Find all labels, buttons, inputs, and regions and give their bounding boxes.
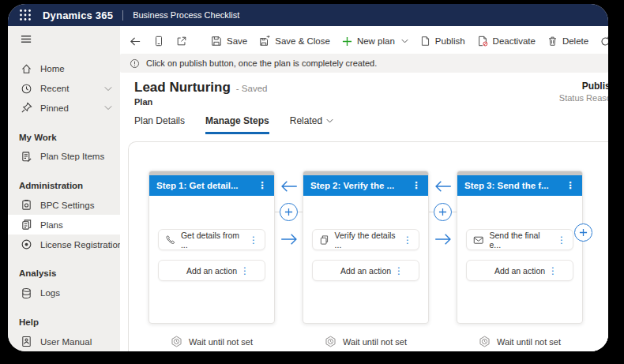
main-area: Save Save & Close New plan Publish Deact… — [120, 26, 608, 351]
page-title: Lead Nurturing — [134, 80, 231, 96]
info-banner-text: Click on publish button, once the plan i… — [146, 58, 377, 68]
app-name: Business Process Checklist — [133, 10, 239, 20]
sidebar-item-user-manual[interactable]: User Manual — [8, 332, 120, 351]
steps-panel: Step 1: Get detail... ⋮ Get details from… — [128, 141, 608, 351]
step-card-header[interactable]: Step 2: Verify the ... ⋮ — [303, 175, 428, 196]
sidebar-item-plans[interactable]: Plans — [8, 215, 120, 235]
more-options-icon[interactable]: ⋮ — [257, 181, 267, 190]
wait-timer-icon — [171, 336, 182, 347]
add-action-button[interactable]: Add an action ⋮ — [312, 260, 419, 281]
add-action-button[interactable]: Add an action ⋮ — [158, 260, 265, 281]
sidebar-item-license-registration[interactable]: License Registration — [8, 235, 120, 254]
phone-icon — [165, 235, 175, 246]
license-icon — [21, 238, 32, 250]
refresh-button[interactable]: Refresh — [600, 36, 608, 47]
top-nav-bar: Dynamics 365 Business Process Checklist — [8, 4, 608, 26]
info-icon — [130, 58, 140, 69]
sidebar-section-administration: Administration — [8, 176, 120, 196]
more-options-icon[interactable]: ⋮ — [557, 235, 566, 245]
save-button[interactable]: Save — [211, 36, 247, 47]
tab-strip: Plan Details Manage Steps Related — [120, 111, 608, 134]
arrow-right-icon — [280, 233, 298, 246]
command-bar: Save Save & Close New plan Publish Deact… — [120, 30, 608, 52]
save-and-close-button[interactable]: Save & Close — [259, 36, 330, 47]
tab-manage-steps[interactable]: Manage Steps — [205, 114, 269, 134]
steps-canvas: Step 1: Get detail... ⋮ Get details from… — [120, 134, 608, 351]
chevron-down-icon — [326, 118, 333, 123]
back-button[interactable] — [130, 36, 141, 47]
add-step-button[interactable] — [574, 223, 592, 242]
wait-timer-icon — [479, 336, 491, 347]
step-card-header[interactable]: Step 1: Get detail... ⋮ — [149, 175, 274, 196]
wait-condition: Wait until not set — [303, 336, 428, 347]
deactivate-button[interactable]: Deactivate — [477, 36, 536, 47]
sidebar-item-plan-step-items[interactable]: Plan Step Items — [8, 147, 120, 167]
arrow-left-icon — [434, 180, 452, 193]
arrow-left-icon — [280, 180, 298, 193]
clipboard-icon — [21, 199, 32, 211]
status-value: Publish — [559, 81, 608, 92]
sidebar-section-help: Help — [8, 312, 120, 332]
chevron-down-icon — [401, 39, 408, 43]
app-window: Dynamics 365 Business Process Checklist … — [8, 4, 608, 351]
clock-icon — [21, 83, 32, 95]
record-type-label: Plan — [134, 97, 267, 107]
sidebar-item-bpc-settings[interactable]: BPC Settings — [8, 196, 120, 216]
hamburger-icon[interactable] — [8, 26, 120, 48]
pages-icon — [21, 219, 32, 231]
sidebar-item-recent[interactable]: Recent — [8, 79, 120, 99]
publish-button[interactable]: Publish — [420, 36, 465, 47]
delete-button[interactable]: Delete — [547, 36, 588, 47]
more-options-icon[interactable]: ⋮ — [403, 235, 412, 245]
popout-icon[interactable] — [176, 36, 187, 47]
brand-title: Dynamics 365 — [43, 9, 113, 21]
pin-icon — [21, 102, 32, 114]
record-header: Lead Nurturing - Saved Plan Publish Stat… — [120, 73, 608, 111]
more-options-icon[interactable]: ⋮ — [548, 266, 558, 276]
copy-pages-icon — [319, 235, 329, 246]
status-reason-label: Status Reason — [559, 93, 608, 103]
tab-related[interactable]: Related — [290, 114, 333, 134]
sidebar-section-my-work: My Work — [8, 127, 120, 147]
sidebar-item-home[interactable]: Home — [8, 59, 120, 79]
wait-timer-icon — [325, 336, 336, 347]
step-card-1: Step 1: Get detail... ⋮ Get details from… — [148, 171, 275, 324]
manual-icon — [21, 336, 32, 347]
add-step-button[interactable] — [434, 203, 452, 221]
more-options-icon[interactable]: ⋮ — [412, 181, 421, 190]
tab-plan-details[interactable]: Plan Details — [134, 114, 185, 134]
topbar-divider — [122, 10, 123, 21]
sidebar-section-analysis: Analysis — [8, 264, 120, 283]
save-status: - Saved — [236, 84, 268, 93]
add-action-button[interactable]: Add an action ⋮ — [466, 260, 573, 281]
waffle-icon[interactable] — [19, 9, 32, 21]
step-card-2: Step 2: Verify the ... ⋮ Verify the deta… — [303, 171, 429, 324]
mobile-preview-button[interactable] — [153, 36, 164, 47]
chevron-down-icon — [104, 86, 120, 92]
more-options-icon[interactable]: ⋮ — [249, 235, 258, 245]
action-item[interactable]: Verify the details ... ⋮ — [312, 229, 419, 250]
chevron-down-icon — [104, 105, 120, 111]
mail-icon — [473, 235, 483, 246]
home-icon — [21, 63, 32, 75]
wait-condition: Wait until not set — [149, 336, 274, 347]
step-card-header[interactable]: Step 3: Send the f... ⋮ — [457, 175, 582, 196]
add-step-button[interactable] — [280, 203, 298, 221]
sidebar: Home Recent Pinned My Work — [8, 26, 120, 351]
more-options-icon[interactable]: ⋮ — [394, 266, 404, 276]
database-icon — [21, 287, 32, 299]
plan-step-icon — [21, 151, 32, 163]
more-options-icon[interactable]: ⋮ — [240, 266, 250, 276]
more-options-icon[interactable]: ⋮ — [566, 181, 575, 190]
arrow-right-icon — [434, 233, 452, 246]
action-item[interactable]: Send the final e... ⋮ — [466, 229, 573, 250]
action-item[interactable]: Get details from ... ⋮ — [158, 229, 265, 250]
info-banner: Click on publish button, once the plan i… — [120, 54, 608, 73]
plus-icon — [342, 36, 352, 47]
sidebar-item-pinned[interactable]: Pinned — [8, 99, 120, 118]
new-plan-button[interactable]: New plan — [342, 36, 408, 47]
step-card-3: Step 3: Send the f... ⋮ Send the final e… — [457, 171, 583, 324]
sidebar-item-logs[interactable]: Logs — [8, 283, 120, 303]
record-status: Publish Status Reason — [559, 80, 608, 103]
wait-condition: Wait until not set — [457, 336, 582, 347]
